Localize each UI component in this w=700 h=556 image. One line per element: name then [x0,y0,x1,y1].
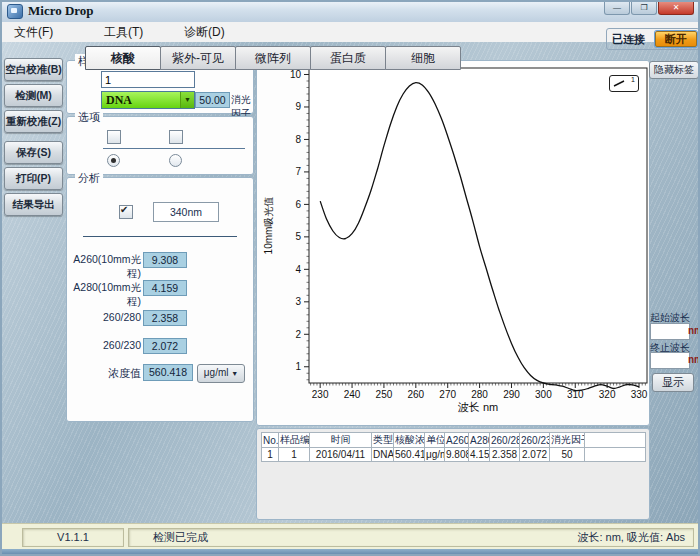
concentration-unit-value: μg/ml [204,367,229,378]
col-no[interactable]: No. [262,433,279,448]
maximize-button[interactable]: ❒ [631,0,657,15]
menu-file[interactable]: 文件(F) [8,24,59,40]
option-radio-1[interactable] [107,154,120,167]
tab-uv-vis[interactable]: 紫外-可见 [160,46,236,70]
close-button[interactable]: ✕ [658,0,694,15]
col-extinction[interactable]: 消光因子 [550,433,585,448]
concentration-row: 浓度值 560.418 μg/ml ▼ [67,364,253,382]
col-sample-id[interactable]: 样品编号 [279,433,310,448]
start-wavelength-input[interactable] [650,323,690,340]
analysis-wavelength-input[interactable] [153,202,219,222]
status-message-box: 检测已完成 波长: nm, 吸光值: Abs [128,528,694,547]
svg-text:240: 240 [344,389,361,400]
col-time[interactable]: 时间 [310,433,372,448]
col-unit[interactable]: 单位 [425,433,445,448]
ratio-260-230-row: 260/230 2.072 [67,338,253,354]
option-radio-2[interactable] [169,154,182,167]
end-wavelength-unit: nm [688,354,700,365]
svg-text:4: 4 [295,264,301,275]
options-group: 选项 [66,116,254,175]
tab-nucleic-acid[interactable]: 核酸 [85,46,161,70]
disconnect-button[interactable]: 断开 [655,31,697,47]
cell-sample-id: 1 [279,448,310,462]
cell-type: DNA [372,448,394,462]
cell-260-230: 2.072 [520,448,550,462]
col-260-280[interactable]: 260/280 [490,433,520,448]
show-button[interactable]: 显示 [652,373,694,392]
minimize-button[interactable]: — [604,0,630,15]
menu-tools[interactable]: 工具(T) [98,24,149,40]
svg-text:10: 10 [290,69,302,80]
blank-calibration-button[interactable]: 空白校准(B) [4,58,63,81]
svg-text:1: 1 [295,361,301,372]
chevron-down-icon: ▼ [231,370,238,377]
sample-type-dropdown[interactable]: DNA ▼ [101,91,195,109]
status-message: 检测已完成 [153,529,208,546]
results-table-panel: No. 样品编号 时间 类型 核酸浓度 单位 A260 A280 260/280… [256,428,650,520]
col-type[interactable]: 类型 [372,433,394,448]
tab-protein[interactable]: 蛋白质 [310,46,386,70]
menu-bar: 文件(F) 工具(T) 诊断(D) [2,22,698,43]
app-window: Micro Drop — ❒ ✕ 文件(F) 工具(T) 诊断(D) 已连接 断… [0,0,700,556]
option-checkbox-1[interactable] [107,130,121,144]
legend-series-badge: 1 [631,76,635,83]
save-button[interactable]: 保存(S) [4,141,63,164]
sample-type-value: DNA [106,93,132,108]
version-label: V1.1.1 [22,528,124,547]
svg-text:320: 320 [599,389,616,400]
svg-text:2: 2 [295,329,301,340]
app-icon [7,4,23,19]
col-260-230[interactable]: 260/230 [520,433,550,448]
analysis-group: 分析 A260(10mm光程) 9.308 A280(10mm光程) 4.159… [66,177,254,422]
a260-label: A260(10mm光程) [67,253,141,281]
svg-text:300: 300 [535,389,552,400]
cell-260-280: 2.358 [490,448,520,462]
concentration-unit-dropdown[interactable]: μg/ml ▼ [197,364,245,383]
tab-cell[interactable]: 细胞 [385,46,461,70]
svg-text:250: 250 [376,389,393,400]
svg-text:5: 5 [295,231,301,242]
ratio-260-280-row: 260/280 2.358 [67,310,253,326]
svg-text:270: 270 [439,389,456,400]
end-wavelength-input[interactable] [650,352,690,369]
col-filler [585,433,646,448]
svg-text:10mm吸光值: 10mm吸光值 [263,197,274,255]
svg-text:6: 6 [295,199,301,210]
sample-id-input[interactable] [101,71,195,88]
results-table: No. 样品编号 时间 类型 核酸浓度 单位 A260 A280 260/280… [261,432,646,462]
svg-text:330: 330 [631,389,648,400]
svg-text:9: 9 [295,101,301,112]
window-frame-bottom [0,549,700,556]
start-wavelength-unit: nm [688,325,700,336]
legend-button[interactable]: 1 [609,75,639,92]
col-a260[interactable]: A260 [445,433,469,448]
status-bar: V1.1.1 检测已完成 波长: nm, 吸光值: Abs [2,523,698,550]
title-bar[interactable]: Micro Drop — ❒ ✕ [0,0,700,23]
minimize-icon: — [613,3,621,12]
menu-diagnostics[interactable]: 诊断(D) [178,24,231,40]
svg-text:290: 290 [503,389,520,400]
cell-concentration: 560.418 [394,448,425,462]
svg-text:波长 nm: 波长 nm [458,401,498,413]
print-button[interactable]: 打印(P) [4,167,63,190]
window-title: Micro Drop [28,3,94,19]
cell-unit: μg/ml [425,448,445,462]
col-concentration[interactable]: 核酸浓度 [394,433,425,448]
close-icon: ✕ [673,3,680,12]
export-results-button[interactable]: 结果导出 [4,193,63,216]
extinction-factor-value: 50.00 [195,92,230,108]
analysis-wavelength-checkbox[interactable] [119,205,133,219]
hide-labels-button[interactable]: 隐藏标签 [649,61,699,79]
a260-row: A260(10mm光程) 9.308 [67,252,253,268]
concentration-label: 浓度值 [67,366,141,381]
tab-microarray[interactable]: 微阵列 [235,46,311,70]
a280-row: A280(10mm光程) 4.159 [67,280,253,296]
option-checkbox-2[interactable] [169,130,183,144]
table-row[interactable]: 1 1 2016/04/11 DNA 560.418 μg/ml 9.808 4… [262,448,646,462]
recalibrate-button[interactable]: 重新校准(Z) [4,110,63,133]
svg-text:8: 8 [295,134,301,145]
measure-button[interactable]: 检测(M) [4,84,63,107]
concentration-value: 560.418 [143,364,193,381]
spectrum-chart: 2302402502602702802903003103203301234567… [258,62,648,424]
col-a280[interactable]: A280 [469,433,490,448]
